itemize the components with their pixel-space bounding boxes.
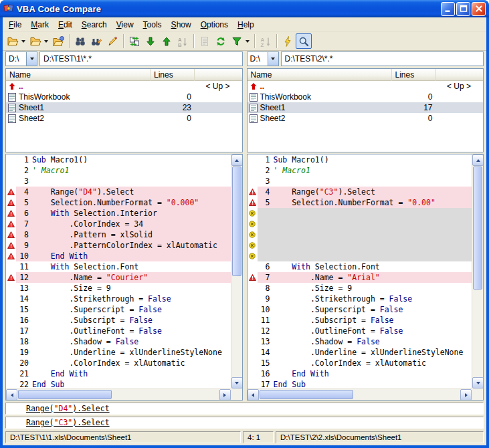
menu-mark[interactable]: Mark xyxy=(26,18,54,31)
code-line[interactable]: 7 .ColorIndex = 34 xyxy=(6,219,231,229)
code-line[interactable]: 17End Sub xyxy=(248,379,472,388)
code-line[interactable]: 3 xyxy=(6,176,231,187)
scroll-right-button[interactable] xyxy=(460,389,472,401)
scroll-right-button[interactable] xyxy=(219,389,231,401)
name-column-header[interactable]: Name xyxy=(6,69,151,81)
right-drive-dropdown-button[interactable] xyxy=(268,52,278,66)
menu-show[interactable]: Show xyxy=(167,18,196,31)
code-line[interactable] xyxy=(248,229,472,240)
left-drive-dropdown-button[interactable] xyxy=(26,52,37,66)
binoculars-edit-button[interactable] xyxy=(88,33,104,49)
code-line[interactable]: 16 .Subscript = False xyxy=(6,315,231,326)
title-bar[interactable]: VBA Code Compare xyxy=(0,0,489,17)
scrollbar-thumb[interactable] xyxy=(473,166,482,290)
menu-view[interactable]: View xyxy=(112,18,138,31)
code-line[interactable]: 15 .ColorIndex = xlAutomatic xyxy=(248,358,472,368)
lines-column-header[interactable]: Lines xyxy=(392,69,436,81)
file-row-sheet2[interactable]: Sheet20 xyxy=(6,113,242,124)
minimize-button[interactable] xyxy=(441,2,455,16)
code-line[interactable]: 21 End With xyxy=(6,368,231,379)
menu-help[interactable]: Help xyxy=(233,18,259,31)
code-line[interactable]: 10 .Superscript = False xyxy=(248,304,472,315)
code-line[interactable]: 4 Range("D4").Select xyxy=(6,187,231,197)
code-line[interactable]: 22End Sub xyxy=(6,379,231,388)
code-line[interactable]: 8 .Pattern = xlSolid xyxy=(6,229,231,240)
code-line[interactable]: 14 .Underline = xlUnderlineStyleNone xyxy=(248,347,472,358)
open-left-folder-button[interactable] xyxy=(5,33,21,49)
open-left-folder-dropdown-button[interactable] xyxy=(20,33,27,49)
menu-tools[interactable]: Tools xyxy=(138,18,167,31)
menu-search[interactable]: Search xyxy=(77,18,112,31)
file-row-thisworkbook[interactable]: ThisWorkbook0 xyxy=(248,92,484,102)
lightning-button[interactable] xyxy=(280,33,296,49)
scroll-up-button[interactable] xyxy=(231,154,243,166)
right-drive-combo[interactable]: D:\ xyxy=(247,51,279,66)
code-line[interactable]: 7 .Name = "Arial" xyxy=(248,272,472,283)
code-line[interactable]: 12 .Name = "Courier" xyxy=(6,272,231,283)
code-line[interactable] xyxy=(248,251,472,261)
filter-funnel-dropdown-button[interactable] xyxy=(244,33,251,49)
scroll-left-button[interactable] xyxy=(248,389,259,401)
code-line[interactable]: 6 With Selection.Font xyxy=(248,261,472,272)
diff-preview-row[interactable]: Range("D4").Select xyxy=(5,403,484,415)
code-line[interactable] xyxy=(248,208,472,219)
scroll-up-button[interactable] xyxy=(472,154,484,166)
binoculars-button[interactable] xyxy=(72,33,88,49)
file-row-sheet1[interactable]: Sheet117 xyxy=(248,102,484,113)
menu-file[interactable]: File xyxy=(4,18,26,31)
scrollbar-thumb[interactable] xyxy=(232,166,241,276)
scrollbar-thumb[interactable] xyxy=(18,390,112,399)
right-path-field[interactable]: D:\TEST\2\*.* xyxy=(281,51,484,66)
previous-difference-button[interactable] xyxy=(159,33,175,49)
code-line[interactable]: 20 .ColorIndex = xlAutomatic xyxy=(6,358,231,368)
code-line[interactable]: 5 Selection.NumberFormat = "0.000" xyxy=(6,197,231,208)
left-path-field[interactable]: D:\TEST\1\*.* xyxy=(39,51,243,66)
close-button[interactable] xyxy=(472,2,486,16)
right-vertical-scrollbar[interactable] xyxy=(472,154,483,388)
ab-order-button[interactable]: AB xyxy=(175,33,191,49)
code-line[interactable]: 13 .Shadow = False xyxy=(248,336,472,347)
magnifier-button[interactable] xyxy=(296,33,312,49)
name-column-header[interactable]: Name xyxy=(248,69,392,81)
file-row-up[interactable]: ..< Up > xyxy=(248,81,484,92)
code-line[interactable]: 14 .Strikethrough = False xyxy=(6,294,231,304)
compare-files-button[interactable] xyxy=(126,33,142,49)
file-row-sheet2[interactable]: Sheet20 xyxy=(248,113,484,124)
code-line[interactable]: 12 .OutlineFont = False xyxy=(248,326,472,336)
report-button[interactable] xyxy=(197,33,213,49)
code-line[interactable] xyxy=(248,219,472,229)
left-horizontal-scrollbar[interactable] xyxy=(6,388,231,400)
code-line[interactable]: 19 .Underline = xlUnderlineStyleNone xyxy=(6,347,231,358)
maximize-button[interactable] xyxy=(456,2,470,16)
sort-az-button[interactable]: AZ xyxy=(258,33,274,49)
scroll-left-button[interactable] xyxy=(6,389,17,401)
file-row-sheet1[interactable]: Sheet123 xyxy=(6,102,242,113)
diff-preview-row[interactable]: Range("C3").Select xyxy=(5,417,484,429)
refresh-button[interactable] xyxy=(213,33,229,49)
code-line[interactable]: 8 .Size = 9 xyxy=(248,283,472,294)
code-line[interactable]: 18 .Shadow = False xyxy=(6,336,231,347)
file-row-up[interactable]: ..< Up > xyxy=(6,81,242,92)
menu-options[interactable]: Options xyxy=(196,18,233,31)
pencil-button[interactable] xyxy=(104,33,120,49)
left-vertical-scrollbar[interactable] xyxy=(231,154,242,388)
code-line[interactable]: 13 .Size = 9 xyxy=(6,283,231,294)
code-line[interactable]: 2' Macro1 xyxy=(6,165,231,176)
code-line[interactable]: 5 Selection.NumberFormat = "0.00" xyxy=(248,197,472,208)
code-line[interactable]: 9 .PatternColorIndex = xlAutomatic xyxy=(6,240,231,251)
code-line[interactable]: 6 With Selection.Interior xyxy=(6,208,231,219)
open-right-folder-dropdown-button[interactable] xyxy=(43,33,50,49)
file-row-thisworkbook[interactable]: ThisWorkbook0 xyxy=(6,92,242,102)
scrollbar-thumb[interactable] xyxy=(260,390,353,399)
code-line[interactable] xyxy=(248,240,472,251)
code-line[interactable]: 17 .OutlineFont = False xyxy=(6,326,231,336)
code-line[interactable]: 16 End With xyxy=(248,368,472,379)
code-line[interactable]: 10 End With xyxy=(6,251,231,261)
lines-column-header[interactable]: Lines xyxy=(151,69,195,81)
code-line[interactable]: 11 With Selection.Font xyxy=(6,261,231,272)
code-line[interactable]: 15 .Superscript = False xyxy=(6,304,231,315)
scroll-down-button[interactable] xyxy=(231,377,243,388)
left-drive-combo[interactable]: D:\ xyxy=(5,51,37,66)
folder-new-button[interactable] xyxy=(50,33,66,49)
code-line[interactable]: 2' Macro1 xyxy=(248,165,472,176)
